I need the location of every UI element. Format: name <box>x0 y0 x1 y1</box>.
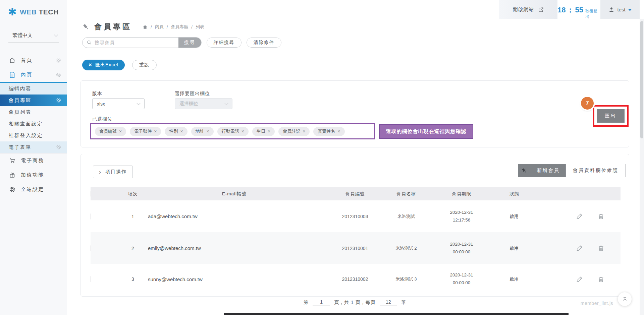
remove-tag-icon[interactable]: × <box>154 129 157 134</box>
scrollbar-thumb[interactable] <box>640 21 643 138</box>
cell-member-id: 2012310003 <box>321 214 389 219</box>
advanced-search-button[interactable]: 詳細搜尋 <box>207 38 241 48</box>
sidebar-item-member-list[interactable]: 會員列表 <box>0 106 67 118</box>
sidebar-item-label: 全站設定 <box>21 186 44 193</box>
cell-status: 啟用 <box>500 213 537 219</box>
search-icon <box>87 40 92 45</box>
export-excel-button[interactable]: × 匯出Excel <box>82 60 125 70</box>
row-checkbox[interactable] <box>91 213 91 219</box>
row-checkbox[interactable] <box>91 276 91 282</box>
field-tag[interactable]: 生日× <box>252 127 275 136</box>
cell-name: 米洛測試 3 <box>389 276 423 282</box>
page-title: 會員專區 <box>94 22 132 32</box>
remove-tag-icon[interactable]: × <box>119 129 122 134</box>
topbar: 開啟網站 18 ： 55 秒後登出 test <box>499 0 640 19</box>
breadcrumb-item[interactable]: 列表 <box>196 24 204 30</box>
sidebar-item-site-settings[interactable]: 全站設定 <box>0 182 67 197</box>
fields-select[interactable]: 選擇欄位 <box>175 98 232 109</box>
search-input[interactable] <box>92 40 178 45</box>
maintain-member-fields-button[interactable]: 會員資料欄位維護 <box>566 164 626 177</box>
user-menu[interactable]: test <box>600 0 640 19</box>
sidebar-item-e-forms[interactable]: 電子表單 <box>0 141 67 153</box>
table-row: 2 emily@webtech.com.tw 2012310001 米洛測試 2… <box>91 232 621 264</box>
select-all-checkbox[interactable] <box>91 191 91 197</box>
remove-tag-icon[interactable]: × <box>207 129 209 134</box>
item-actions-button[interactable]: › 項目操作 <box>93 166 133 178</box>
brand-name-web: WEB <box>20 8 37 16</box>
sidebar-item-ecommerce[interactable]: 電子商務 <box>0 153 67 168</box>
delete-button[interactable] <box>598 213 604 220</box>
sidebar-item-inner-pages[interactable]: 內頁 <box>0 68 67 82</box>
external-link-icon <box>538 7 544 13</box>
logout-timer: 18 ： 55 秒後登出 <box>557 0 600 19</box>
selected-fields-box: 會員編號× 電子郵件× 性別× 地址× 行動電話× 生日× 會員註記× 真實姓名… <box>90 123 375 139</box>
column-header-expiry: 會員期限 <box>423 191 500 197</box>
edit-button[interactable] <box>576 213 583 220</box>
breadcrumb-item[interactable]: 內頁 <box>155 24 164 30</box>
remove-tag-icon[interactable]: × <box>303 129 305 134</box>
clear-conditions-button[interactable]: 清除條件 <box>247 38 281 48</box>
brand-name: WEB TECH <box>20 8 59 16</box>
vertical-scrollbar[interactable] <box>640 19 644 315</box>
delete-button[interactable] <box>598 245 604 252</box>
field-tag[interactable]: 地址× <box>191 127 214 136</box>
add-member-button[interactable]: 新增會員 <box>518 164 566 177</box>
breadcrumb-separator: / <box>191 24 193 29</box>
export-button[interactable]: 匯出 <box>597 109 625 123</box>
edit-button[interactable] <box>576 276 583 283</box>
scroll-to-top-button[interactable] <box>618 292 632 306</box>
reset-button[interactable]: 重設 <box>132 60 157 70</box>
cell-expiry: 2020-12-3100:00:00 <box>423 241 500 256</box>
script-filename-label: member_list.js <box>581 301 613 306</box>
remove-tag-icon[interactable]: × <box>180 129 183 134</box>
page-number-input[interactable] <box>313 299 330 306</box>
open-site-button[interactable]: 開啟網站 <box>499 0 557 19</box>
delete-button[interactable] <box>598 276 604 283</box>
gear-icon[interactable] <box>56 98 61 103</box>
cell-index: 1 <box>118 214 148 219</box>
sidebar-item-label: 加值功能 <box>21 172 44 178</box>
cell-status: 啟用 <box>500 276 537 282</box>
cell-name: 米洛測試 <box>389 213 423 219</box>
chevron-up-icon <box>622 296 628 302</box>
field-tag-label: 會員編號 <box>99 128 117 134</box>
sidebar-item-home[interactable]: 首頁 <box>0 53 67 68</box>
field-tag[interactable]: 會員註記× <box>278 127 310 136</box>
breadcrumb-item[interactable]: 會員專區 <box>171 24 188 30</box>
row-checkbox[interactable] <box>91 245 91 251</box>
field-tag-label: 真實姓名 <box>318 128 335 134</box>
page-header: 會員專區 / 內頁 / 會員專區 / 列表 <box>82 19 204 35</box>
sidebar-item-edit-content[interactable]: 編輯內容 <box>0 83 67 94</box>
search-button[interactable]: 搜尋 <box>178 37 201 48</box>
gear-icon[interactable] <box>56 58 61 63</box>
edit-button[interactable] <box>576 245 583 252</box>
column-header-index: 項次 <box>118 191 148 197</box>
field-tag[interactable]: 性別× <box>165 127 187 136</box>
version-select[interactable]: xlsx <box>92 98 145 109</box>
field-tag[interactable]: 真實姓名× <box>313 127 344 136</box>
sidebar-item-addons[interactable]: 加值功能 <box>0 168 67 182</box>
sidebar-item-member-area[interactable]: 會員專區 <box>0 94 67 106</box>
remove-tag-icon[interactable]: × <box>241 129 244 134</box>
remove-tag-icon[interactable]: × <box>268 129 270 134</box>
chevron-down-icon <box>54 33 58 37</box>
column-header-member-id: 會員編號 <box>321 191 389 197</box>
sidebar-item-label: 電子表單 <box>9 144 32 150</box>
field-tag[interactable]: 行動電話× <box>217 127 249 136</box>
sidebar-item-screen-settings[interactable]: 相關畫面設定 <box>0 118 67 130</box>
brand-logo: ✱ WEB TECH <box>8 7 59 17</box>
language-selector[interactable]: 繁體中文 <box>8 32 59 43</box>
field-tag[interactable]: 電子郵件× <box>130 127 161 136</box>
remove-tag-icon[interactable]: × <box>337 129 340 134</box>
breadcrumb: / 內頁 / 會員專區 / 列表 <box>143 24 204 30</box>
add-member-label: 新增會員 <box>531 164 566 177</box>
sidebar-item-social-login[interactable]: 社群登入設定 <box>0 130 67 141</box>
gear-icon[interactable] <box>56 144 61 150</box>
breadcrumb-separator: / <box>167 24 168 29</box>
gear-icon[interactable] <box>56 72 61 78</box>
field-tag-label: 性別 <box>169 128 178 134</box>
cell-email: emily@webtech.com.tw <box>148 245 321 251</box>
per-page-input[interactable] <box>380 299 397 306</box>
home-icon[interactable] <box>143 24 148 29</box>
field-tag[interactable]: 會員編號× <box>95 127 126 136</box>
